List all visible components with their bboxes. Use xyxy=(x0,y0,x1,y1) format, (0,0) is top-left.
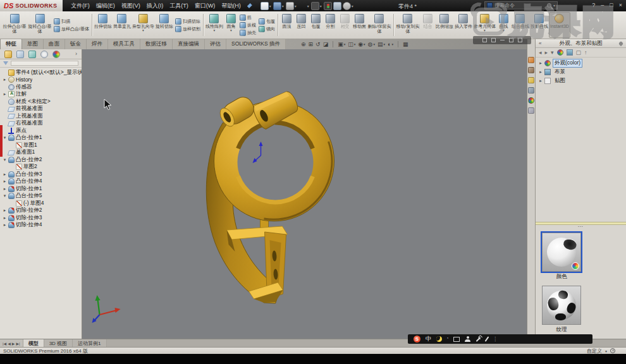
ribbon-button-mirror[interactable]: 镜向 xyxy=(259,26,275,32)
toolbox-icon[interactable] xyxy=(476,337,481,342)
night-mode-icon[interactable] xyxy=(436,336,442,342)
ribbon-button-instant3d[interactable]: Instant3D xyxy=(549,12,570,38)
filter-input[interactable] xyxy=(11,61,78,66)
customize-button[interactable]: 自定义 xyxy=(587,348,602,355)
ribbon-button-draft[interactable]: 拔模 xyxy=(240,22,256,28)
customize-caret-icon[interactable]: ▾ xyxy=(605,349,607,353)
more-icon[interactable]: ⋮ xyxy=(493,336,498,342)
menu-item-2[interactable]: 视图(V) xyxy=(118,1,144,11)
virtual-keyboard-icon[interactable] xyxy=(453,337,460,342)
tree-item[interactable]: (-) 草图4 xyxy=(0,200,82,207)
tree-item[interactable]: ▾凸台-拉伸5 xyxy=(0,193,82,200)
tree-item[interactable]: 基准面1 xyxy=(0,149,82,157)
options-caret-icon[interactable]: ▾ xyxy=(352,4,353,8)
doc-restore-icon[interactable] xyxy=(491,38,496,42)
expand-icon[interactable]: ▸ xyxy=(3,222,7,228)
zoom-to-fit-icon[interactable]: ⊕ xyxy=(301,41,306,47)
ribbon-button-indent[interactable]: 压凹 xyxy=(294,12,309,38)
ribbon-button-linear-pattern[interactable]: 线性阵列▾ xyxy=(205,12,224,38)
expand-tab-icon[interactable]: › xyxy=(75,51,77,58)
account-icon[interactable] xyxy=(465,336,470,342)
expand-icon[interactable]: ▸ xyxy=(539,61,543,66)
expand-icon[interactable]: ▸ xyxy=(3,172,7,177)
ribbon-button-rib[interactable]: 筋 xyxy=(240,15,256,21)
tree-item[interactable]: ▸切除-拉伸1 xyxy=(0,185,82,193)
tab-评估[interactable]: 评估 xyxy=(205,39,226,49)
ribbon-button-loft[interactable]: 放样凸台/基体 xyxy=(54,26,89,32)
hide-show-items-icon[interactable]: ◉▾ xyxy=(358,41,365,47)
scenes-home-icon[interactable] xyxy=(567,49,573,56)
caret-icon[interactable]: ▾ xyxy=(391,41,393,47)
tree-item[interactable]: 草图2 xyxy=(0,164,82,171)
ribbon-button-sweep[interactable]: 扫描 xyxy=(54,18,89,25)
ribbon-button-insert-part[interactable]: 插入零件 xyxy=(454,12,473,38)
feature-tree-root[interactable]: 零件4 (默认<<默认>_显示状态 1>) xyxy=(0,69,82,76)
ribbon-button-fillet[interactable]: 圆角▾ xyxy=(224,12,238,38)
taskpane-item-appearance[interactable]: ▸外观(color) xyxy=(537,59,624,67)
file-explorer-icon[interactable] xyxy=(528,77,534,83)
pane-splitter-handle[interactable]: ⋯ xyxy=(536,225,626,230)
new-document-caret-icon[interactable]: ▾ xyxy=(269,4,271,8)
ribbon-button-composite-curve[interactable]: 组合曲线 xyxy=(511,12,530,38)
ribbon-caret-icon[interactable]: ▾ xyxy=(503,29,505,32)
design-library-icon[interactable] xyxy=(528,67,534,73)
tree-item[interactable]: ▸切除-拉伸3 xyxy=(0,214,82,222)
tab-直接编辑[interactable]: 直接编辑 xyxy=(173,39,205,49)
tree-item[interactable]: ▸凸台-拉伸4 xyxy=(0,178,82,186)
ribbon-button-wrap[interactable]: 包覆 xyxy=(259,18,275,25)
zoom-to-area-icon[interactable]: ⊞ xyxy=(309,41,314,47)
options-icon[interactable] xyxy=(343,2,351,10)
expand-icon[interactable]: ▸ xyxy=(539,70,543,75)
ribbon-button-extrude-cut[interactable]: 拉伸切除 xyxy=(94,12,113,38)
tab-曲面[interactable]: 曲面 xyxy=(44,39,65,49)
configurationmanager-tab-icon[interactable] xyxy=(28,51,36,58)
tree-item[interactable]: ▸History xyxy=(0,76,82,84)
ribbon-button-curves[interactable]: 曲线▾ xyxy=(496,12,511,38)
select-caret-icon[interactable]: ▾ xyxy=(320,4,322,8)
chinese-mode-icon[interactable]: 中 xyxy=(426,335,431,343)
tab-模具工具[interactable]: 模具工具 xyxy=(108,39,140,49)
caret-icon[interactable]: ▾ xyxy=(344,41,346,47)
tree-item[interactable]: 右视基准面 xyxy=(0,120,82,128)
ribbon-button-move-copy-body[interactable]: 移动/复制实体 xyxy=(395,12,420,38)
ribbon-button-wrap-feature[interactable]: 包覆 xyxy=(309,12,323,38)
save-caret-icon[interactable]: ▾ xyxy=(282,4,284,8)
history-dropdown-icon[interactable]: ▾ xyxy=(551,49,554,56)
undo-caret-icon[interactable]: ▾ xyxy=(307,4,309,8)
view-orientation-icon[interactable]: ▣▾ xyxy=(338,41,345,47)
help-button[interactable]: ? xyxy=(592,1,595,9)
ribbon-caret-icon[interactable]: ▾ xyxy=(230,29,232,32)
tree-item[interactable]: 传感器 xyxy=(0,83,82,91)
menu-item-5[interactable]: 窗口(W) xyxy=(192,1,219,11)
tree-item[interactable]: 前视基准面 xyxy=(0,106,82,113)
apply-scene-icon[interactable]: ▤▾ xyxy=(377,41,385,47)
edit-appearance-icon[interactable]: ◍▾ xyxy=(368,41,375,47)
tree-item[interactable]: ▾凸台-拉伸2 xyxy=(0,156,82,164)
section-view-icon[interactable]: ◪ xyxy=(323,41,329,47)
expand-icon[interactable]: ▾ xyxy=(3,193,7,198)
tree-item[interactable]: 上视基准面 xyxy=(0,112,82,120)
select-icon[interactable] xyxy=(311,2,319,10)
command-search[interactable]: ▾ xyxy=(484,1,558,9)
view-palette-icon[interactable] xyxy=(528,87,534,94)
print-icon[interactable] xyxy=(286,2,294,10)
handwriting-icon[interactable] xyxy=(485,336,489,342)
tab-特征[interactable]: 特征 xyxy=(0,39,22,49)
collapse-pane-icon[interactable]: « xyxy=(539,40,541,46)
tree-item[interactable]: 草图1 xyxy=(0,142,82,149)
ribbon-button-hole-wizard[interactable]: 异型孔向导▾ xyxy=(132,12,155,38)
sogou-logo-icon[interactable]: S xyxy=(414,336,420,343)
tree-item[interactable]: ▸切除-拉伸4 xyxy=(0,222,82,229)
expand-icon[interactable]: ▾ xyxy=(3,157,7,162)
tab-数据迁移[interactable]: 数据迁移 xyxy=(140,39,173,49)
nav-arrow-icon[interactable]: ◀ xyxy=(8,341,11,346)
featuremanager-tab-icon[interactable] xyxy=(4,51,12,58)
ribbon-button-simple-hole[interactable]: 简单直孔 xyxy=(113,12,132,38)
dimxpertmanager-tab-icon[interactable] xyxy=(40,51,48,58)
up-one-level-icon[interactable]: ↑ xyxy=(584,49,587,56)
appearances-home-icon[interactable] xyxy=(557,49,563,56)
close-button[interactable]: × xyxy=(619,1,622,9)
propertymanager-tab-icon[interactable] xyxy=(16,51,24,58)
solidworks-resources-icon[interactable] xyxy=(528,57,534,63)
pin-menu-icon[interactable] xyxy=(247,3,252,8)
